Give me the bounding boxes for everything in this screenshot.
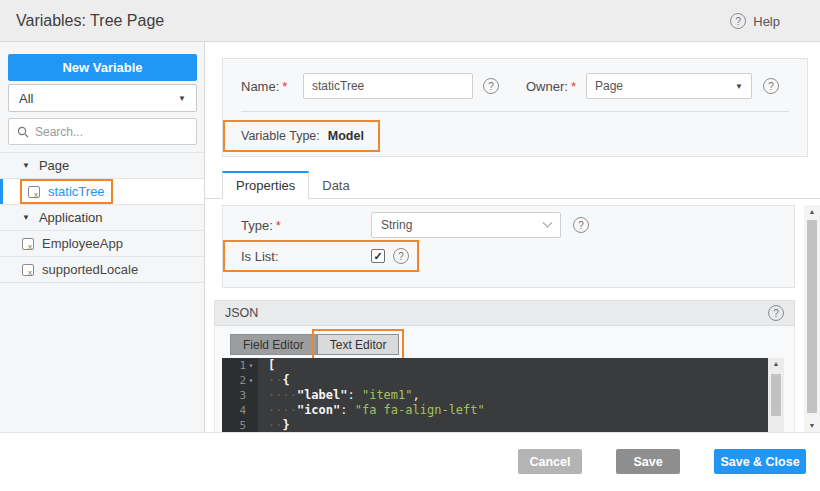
name-label: Name:*: [241, 79, 287, 94]
tree-group-page[interactable]: ▼Page: [0, 153, 204, 179]
is-list-help-icon[interactable]: ?: [393, 248, 409, 264]
whitespace-dots: ····: [268, 403, 297, 417]
json-help-icon[interactable]: ?: [768, 305, 784, 321]
name-input[interactable]: [303, 73, 473, 99]
json-section-header: JSON ?: [214, 300, 795, 326]
code-token: "icon": [297, 403, 340, 417]
variable-search: [8, 118, 197, 145]
variables-dialog: Variables: Tree Page ? Help New Variable…: [0, 0, 820, 491]
type-label: Type:*: [241, 218, 281, 233]
required-marker: *: [276, 218, 281, 233]
sidebar-item-statictree[interactable]: xstaticTree: [0, 179, 204, 205]
tree-item-label: Application: [39, 210, 103, 225]
code-token: "label": [297, 388, 348, 402]
search-input[interactable]: [35, 125, 190, 139]
help-label: Help: [753, 14, 780, 29]
search-icon: [17, 126, 29, 138]
variable-filter-select[interactable]: All ▼: [8, 84, 197, 112]
code-token: :: [347, 388, 361, 402]
dialog-title: Variables: Tree Page: [16, 0, 164, 42]
help-button[interactable]: ? Help: [730, 0, 780, 42]
code-token: "fa fa-align-left": [355, 403, 485, 417]
variable-icon: x: [22, 238, 34, 250]
line-number: 5: [222, 418, 258, 432]
name-help-icon[interactable]: ?: [483, 78, 499, 94]
code-text: ··}: [258, 418, 768, 432]
variable-icon: x: [28, 186, 40, 198]
line-number: 2▾: [222, 373, 258, 388]
title-bar: Variables: Tree Page ? Help: [0, 0, 820, 42]
variable-type-label: Variable Type:: [241, 129, 320, 143]
code-line[interactable]: 2▾··{: [222, 373, 768, 388]
save-button[interactable]: Save: [616, 449, 680, 474]
editor-tab-text-editor[interactable]: Text Editor: [317, 334, 400, 355]
variable-glyph: x: [34, 191, 38, 199]
owner-select[interactable]: Page ▼: [586, 73, 752, 99]
code-text: [: [258, 358, 768, 373]
code-text: ··{: [258, 373, 768, 388]
code-line[interactable]: 4····"icon": "fa fa-align-left": [222, 403, 768, 418]
code-line[interactable]: 3····"label": "item1",: [222, 388, 768, 403]
type-select[interactable]: String: [371, 212, 561, 238]
is-list-checkbox[interactable]: ✓: [371, 249, 385, 263]
tree-item-label: supportedLocale: [42, 262, 138, 277]
save-close-button[interactable]: Save & Close: [714, 449, 806, 474]
caret-down-icon[interactable]: ▼: [22, 161, 30, 170]
owner-label: Owner:*: [526, 79, 576, 94]
whitespace-dots: ····: [268, 388, 297, 402]
tab-properties[interactable]: Properties: [222, 171, 309, 199]
code-line[interactable]: 1▾[: [222, 358, 768, 373]
panel-scrollbar[interactable]: ▲ ▼: [804, 205, 820, 432]
is-list-label: Is List:: [241, 249, 279, 264]
whitespace-dots: ··: [268, 373, 282, 387]
tree-item-label: staticTree: [48, 184, 105, 199]
variable-glyph: x: [28, 269, 32, 277]
line-number: 1▾: [222, 358, 258, 373]
variable-summary-panel: Name:* ? Owner:* Page ▼ ? Variable Type:…: [222, 58, 808, 157]
code-token: "item1": [362, 388, 413, 402]
chevron-down-icon: [543, 217, 553, 227]
panel-scrollbar-thumb[interactable]: [807, 220, 817, 413]
owner-value: Page: [595, 79, 623, 93]
code-token: }: [282, 418, 289, 432]
tree-item-label: EmployeeApp: [42, 236, 123, 251]
code-line[interactable]: 5··}: [222, 418, 768, 432]
code-token: :: [340, 403, 354, 417]
variable-icon: x: [22, 264, 34, 276]
type-help-icon[interactable]: ?: [573, 217, 589, 233]
sidebar-item-employeeapp[interactable]: xEmployeeApp: [0, 231, 204, 257]
required-marker: *: [282, 79, 287, 94]
tab-data[interactable]: Data: [309, 171, 362, 199]
cancel-button[interactable]: Cancel: [518, 449, 582, 474]
editor-mode-tabs: Field EditorText Editor: [230, 334, 399, 355]
variables-sidebar: New Variable All ▼ ▼PagexstaticTree▼Appl…: [0, 42, 205, 432]
line-number: 4: [222, 403, 258, 418]
tree-group-application[interactable]: ▼Application: [0, 205, 204, 231]
owner-help-icon[interactable]: ?: [763, 78, 779, 94]
caret-down-icon[interactable]: ▼: [22, 213, 30, 222]
scroll-down-icon[interactable]: ▼: [804, 422, 820, 429]
code-text: ····"label": "item1",: [258, 388, 768, 403]
selected-indicator: [0, 179, 3, 204]
sidebar-item-supportedlocale[interactable]: xsupportedLocale: [0, 257, 204, 283]
line-number: 3: [222, 388, 258, 403]
variable-type-highlight-box: Variable Type: Model: [223, 120, 380, 152]
editor-scrollbar-thumb[interactable]: [771, 374, 781, 416]
fold-arrow-icon[interactable]: ▾: [247, 358, 255, 373]
dialog-footer: CancelSaveSave & Close: [0, 432, 820, 491]
json-code-editor[interactable]: 1▾[2▾··{3····"label": "item1",4····"icon…: [222, 358, 768, 432]
new-variable-button[interactable]: New Variable: [8, 54, 197, 81]
editor-tab-field-editor[interactable]: Field Editor: [230, 334, 317, 355]
scroll-up-icon[interactable]: ▲: [768, 360, 784, 367]
is-list-highlight-box: Is List: ✓ ?: [223, 240, 419, 272]
variable-filter-value: All: [19, 91, 33, 106]
editor-scrollbar[interactable]: ▲: [768, 358, 784, 432]
highlight-box: xstaticTree: [22, 181, 111, 202]
scroll-up-icon[interactable]: ▲: [804, 208, 820, 215]
main-tabs: PropertiesData: [222, 171, 363, 199]
code-token: ,: [413, 388, 420, 402]
code-token: {: [282, 373, 289, 387]
tree-item-label: Page: [39, 158, 69, 173]
variables-tree: ▼PagexstaticTree▼ApplicationxEmployeeApp…: [0, 152, 204, 283]
fold-arrow-icon[interactable]: ▾: [247, 373, 255, 388]
